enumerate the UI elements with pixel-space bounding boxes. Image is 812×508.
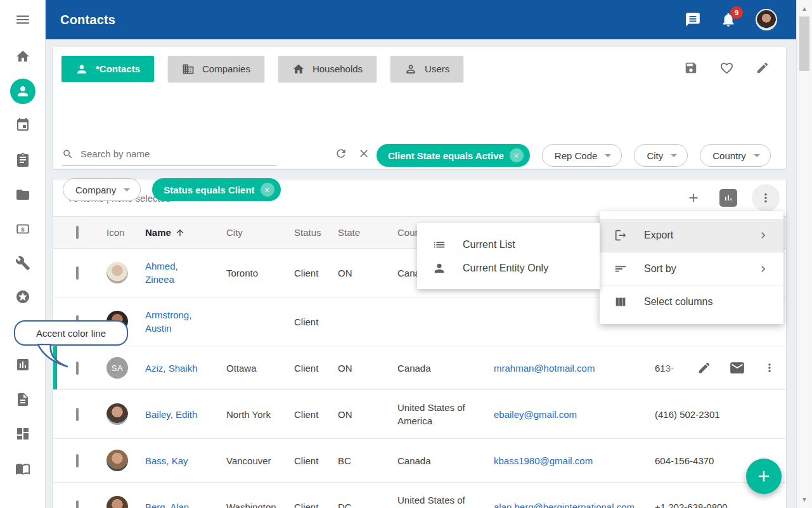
chip-label: Status equals Client bbox=[164, 185, 254, 195]
search-input[interactable] bbox=[81, 148, 276, 159]
chevron-down-icon bbox=[671, 154, 677, 157]
table-row[interactable]: Bass, Kay Vancouver Client BC Canada kba… bbox=[53, 439, 786, 483]
filter-panel: *Contacts Companies Households Users bbox=[53, 47, 786, 169]
add-icon[interactable] bbox=[686, 191, 700, 205]
scroll-down-arrow-icon[interactable]: ▼ bbox=[797, 496, 812, 503]
page-title: Contacts bbox=[60, 13, 115, 27]
menu-item-select-columns[interactable]: Select columns bbox=[600, 285, 783, 318]
cell-city: North York bbox=[226, 408, 294, 421]
row-checkbox[interactable] bbox=[76, 266, 79, 280]
cell-country: Canada bbox=[397, 361, 494, 375]
edit-pencil-icon[interactable] bbox=[756, 61, 770, 75]
hamburger-menu-icon[interactable] bbox=[0, 6, 45, 34]
menu-item-export[interactable]: Export bbox=[600, 219, 783, 252]
cell-city: Vancouver bbox=[226, 454, 294, 467]
search-icon bbox=[62, 148, 74, 160]
sidebar-item-favorites[interactable] bbox=[0, 283, 45, 311]
contact-name-link[interactable]: Berg, Alan bbox=[145, 500, 189, 508]
cell-city: Ottawa bbox=[226, 361, 294, 375]
row-more-dots-icon[interactable] bbox=[763, 361, 776, 374]
column-header-status[interactable]: Status bbox=[294, 227, 338, 238]
submenu-item-label: Current Entity Only bbox=[463, 263, 548, 274]
filter-chip-rep-code[interactable]: Rep Code bbox=[542, 144, 622, 167]
tab-companies[interactable]: Companies bbox=[168, 56, 264, 82]
sidebar-item-tools[interactable] bbox=[0, 249, 45, 277]
favorite-heart-icon[interactable] bbox=[719, 61, 734, 75]
chat-icon[interactable] bbox=[685, 11, 701, 28]
cell-status: Client bbox=[294, 500, 338, 508]
add-contact-fab[interactable] bbox=[746, 459, 782, 494]
contact-name-link[interactable]: Ahmed, Zineea bbox=[145, 259, 206, 286]
cell-city: Toronto bbox=[226, 266, 294, 280]
more-options-icon[interactable] bbox=[752, 184, 780, 212]
sidebar-item-billing[interactable]: $ bbox=[0, 215, 45, 243]
contact-name-link[interactable]: Armstrong, Austin bbox=[145, 308, 206, 335]
cell-state: ON bbox=[338, 361, 397, 375]
filter-chip-country[interactable]: Country bbox=[700, 144, 771, 167]
row-edit-pencil-icon[interactable] bbox=[697, 361, 711, 375]
table-row[interactable]: SA Aziz, Shaikh Ottawa Client ON Canada … bbox=[53, 346, 786, 390]
search-field bbox=[62, 142, 276, 166]
contact-email-link[interactable]: ebailey@gmail.com bbox=[494, 409, 577, 420]
column-header-icon[interactable]: Icon bbox=[106, 227, 145, 238]
sidebar-item-home[interactable] bbox=[0, 42, 45, 70]
contact-name-link[interactable]: Bailey, Edith bbox=[145, 408, 197, 421]
submenu-item-current-list[interactable]: Current List bbox=[417, 233, 600, 256]
cell-state: DC bbox=[338, 500, 397, 508]
table-row[interactable]: Berg, Alan Washington Client DC United S… bbox=[53, 483, 786, 508]
tab-households[interactable]: Households bbox=[278, 56, 377, 82]
contact-email-link[interactable]: kbass1980@gmail.com bbox=[494, 455, 593, 466]
table-row[interactable]: Bailey, Edith North York Client ON Unite… bbox=[53, 390, 786, 439]
user-avatar[interactable] bbox=[756, 9, 777, 30]
sidebar-item-contacts[interactable] bbox=[0, 77, 45, 105]
refresh-icon[interactable] bbox=[335, 147, 347, 160]
vertical-scrollbar[interactable]: ▲ ▼ bbox=[796, 0, 812, 508]
filter-chip-city[interactable]: City bbox=[634, 144, 688, 167]
filter-chip-client-state[interactable]: Client State equals Active bbox=[377, 144, 530, 167]
tab-label: *Contacts bbox=[96, 63, 140, 74]
filter-chip-status[interactable]: Status equals Client bbox=[152, 178, 280, 201]
select-all-checkbox[interactable] bbox=[76, 226, 79, 239]
contact-name-link[interactable]: Bass, Kay bbox=[145, 454, 188, 467]
sidebar-item-dashboard[interactable] bbox=[0, 420, 45, 448]
row-checkbox[interactable] bbox=[76, 408, 79, 421]
chip-remove-icon[interactable] bbox=[510, 148, 524, 162]
sidebar-item-directory[interactable] bbox=[0, 455, 45, 483]
sidebar-item-folders[interactable] bbox=[0, 181, 45, 209]
tab-users[interactable]: Users bbox=[390, 56, 463, 82]
clear-search-icon[interactable] bbox=[358, 147, 370, 160]
export-submenu: Current List Current Entity Only bbox=[417, 223, 600, 289]
tab-label: Companies bbox=[202, 63, 250, 74]
column-header-city[interactable]: City bbox=[226, 227, 294, 238]
notifications-bell-icon[interactable]: 9 bbox=[720, 11, 737, 28]
scroll-up-arrow-icon[interactable]: ▲ bbox=[797, 5, 812, 12]
column-header-name[interactable]: Name bbox=[145, 227, 226, 238]
sidebar-item-calendar[interactable] bbox=[0, 111, 45, 139]
chart-view-icon[interactable] bbox=[719, 189, 737, 207]
scrollbar-thumb[interactable] bbox=[799, 16, 809, 71]
menu-item-sort-by[interactable]: Sort by bbox=[600, 252, 783, 285]
row-checkbox[interactable] bbox=[76, 454, 79, 467]
column-header-state[interactable]: State bbox=[338, 227, 397, 238]
tab-label: Users bbox=[425, 63, 449, 74]
row-checkbox[interactable] bbox=[76, 361, 79, 375]
cell-state: ON bbox=[338, 408, 397, 421]
columns-icon bbox=[614, 295, 628, 309]
tab-contacts[interactable]: *Contacts bbox=[61, 56, 154, 82]
sidebar-item-documents[interactable] bbox=[0, 386, 45, 414]
row-email-envelope-icon[interactable] bbox=[729, 360, 745, 376]
contact-email-link[interactable]: mrahman@hotmail.com bbox=[494, 363, 595, 374]
chip-remove-icon[interactable] bbox=[261, 183, 274, 197]
sidebar: $ bbox=[0, 0, 46, 508]
cell-phone: +1 202-638-0800 bbox=[655, 500, 786, 508]
submenu-item-current-entity-only[interactable]: Current Entity Only bbox=[417, 256, 600, 280]
sidebar-item-tasks[interactable] bbox=[0, 146, 45, 174]
contact-email-link[interactable]: alan.berg@berginternational.com bbox=[494, 502, 635, 508]
row-checkbox[interactable] bbox=[76, 500, 79, 508]
save-icon[interactable] bbox=[684, 61, 698, 75]
plus-icon bbox=[755, 467, 773, 485]
row-actions bbox=[662, 353, 786, 382]
contact-name-link[interactable]: Aziz, Shaikh bbox=[145, 361, 198, 375]
app-window: $ Contacts 9 *Contacts Companie bbox=[0, 0, 812, 508]
filter-chip-company[interactable]: Company bbox=[63, 178, 141, 201]
